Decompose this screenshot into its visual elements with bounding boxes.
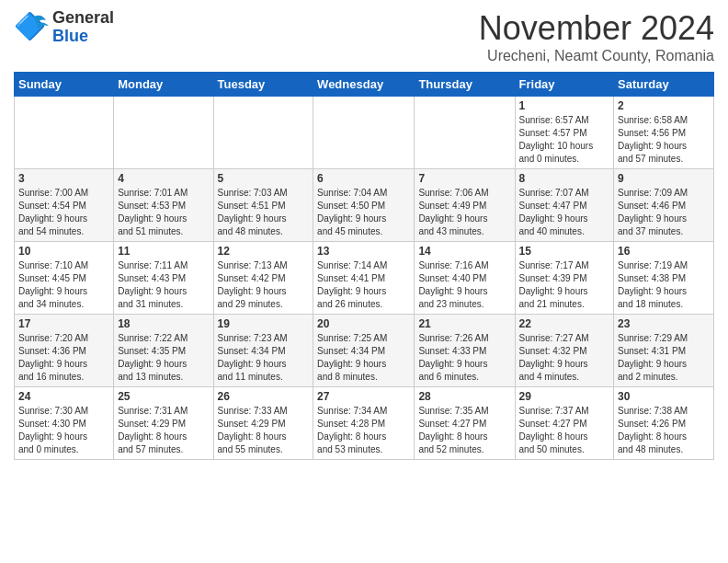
table-row: 15Sunrise: 7:17 AM Sunset: 4:39 PM Dayli…: [515, 242, 614, 315]
logo-general: General: [52, 9, 114, 28]
col-monday: Monday: [114, 73, 213, 97]
table-row: 5Sunrise: 7:03 AM Sunset: 4:51 PM Daylig…: [213, 169, 313, 242]
day-number: 17: [18, 317, 109, 330]
table-row: 16Sunrise: 7:19 AM Sunset: 4:38 PM Dayli…: [614, 242, 714, 315]
day-info: Sunrise: 7:19 AM Sunset: 4:38 PM Dayligh…: [618, 259, 710, 311]
day-info: Sunrise: 7:07 AM Sunset: 4:47 PM Dayligh…: [519, 187, 610, 238]
day-info: Sunrise: 7:34 AM Sunset: 4:28 PM Dayligh…: [317, 405, 410, 456]
day-info: Sunrise: 7:01 AM Sunset: 4:53 PM Dayligh…: [118, 187, 209, 238]
table-row: 6Sunrise: 7:04 AM Sunset: 4:50 PM Daylig…: [313, 169, 415, 242]
table-row: 7Sunrise: 7:06 AM Sunset: 4:49 PM Daylig…: [415, 169, 515, 242]
day-number: 13: [317, 245, 410, 258]
day-info: Sunrise: 7:30 AM Sunset: 4:30 PM Dayligh…: [18, 405, 109, 456]
table-row: 17Sunrise: 7:20 AM Sunset: 4:36 PM Dayli…: [15, 315, 114, 387]
day-number: 18: [118, 317, 209, 330]
day-info: Sunrise: 6:58 AM Sunset: 4:56 PM Dayligh…: [618, 114, 710, 166]
day-info: Sunrise: 7:23 AM Sunset: 4:34 PM Dayligh…: [218, 332, 310, 384]
day-number: 2: [618, 99, 710, 112]
day-info: Sunrise: 7:26 AM Sunset: 4:33 PM Dayligh…: [418, 332, 510, 384]
day-number: 19: [218, 317, 310, 330]
col-sunday: Sunday: [15, 73, 114, 97]
day-number: 25: [118, 390, 209, 403]
day-info: Sunrise: 7:13 AM Sunset: 4:42 PM Dayligh…: [218, 259, 310, 311]
col-tuesday: Tuesday: [213, 73, 313, 97]
calendar-week-row: 17Sunrise: 7:20 AM Sunset: 4:36 PM Dayli…: [15, 315, 714, 387]
day-info: Sunrise: 7:14 AM Sunset: 4:41 PM Dayligh…: [317, 259, 410, 311]
table-row: [114, 97, 213, 169]
table-row: 30Sunrise: 7:38 AM Sunset: 4:26 PM Dayli…: [614, 387, 714, 460]
table-row: 12Sunrise: 7:13 AM Sunset: 4:42 PM Dayli…: [213, 242, 313, 315]
day-info: Sunrise: 7:11 AM Sunset: 4:43 PM Dayligh…: [118, 259, 209, 311]
location-title: Urecheni, Neamt County, Romania: [479, 48, 714, 64]
calendar-week-row: 3Sunrise: 7:00 AM Sunset: 4:54 PM Daylig…: [15, 169, 714, 242]
day-number: 15: [519, 245, 610, 258]
logo-text: General Blue: [52, 9, 114, 46]
logo-icon: 🔷: [14, 9, 51, 46]
day-info: Sunrise: 7:35 AM Sunset: 4:27 PM Dayligh…: [418, 405, 510, 456]
day-number: 10: [18, 245, 109, 258]
calendar-week-row: 10Sunrise: 7:10 AM Sunset: 4:45 PM Dayli…: [15, 242, 714, 315]
day-info: Sunrise: 7:00 AM Sunset: 4:54 PM Dayligh…: [18, 187, 109, 238]
calendar-header-row: Sunday Monday Tuesday Wednesday Thursday…: [15, 73, 714, 97]
day-info: Sunrise: 6:57 AM Sunset: 4:57 PM Dayligh…: [519, 114, 610, 166]
day-info: Sunrise: 7:38 AM Sunset: 4:26 PM Dayligh…: [618, 405, 710, 456]
month-title: November 2024: [479, 9, 714, 48]
table-row: 24Sunrise: 7:30 AM Sunset: 4:30 PM Dayli…: [15, 387, 114, 460]
table-row: 14Sunrise: 7:16 AM Sunset: 4:40 PM Dayli…: [415, 242, 515, 315]
logo-blue: Blue: [52, 28, 114, 46]
day-number: 3: [18, 172, 109, 185]
table-row: 9Sunrise: 7:09 AM Sunset: 4:46 PM Daylig…: [614, 169, 714, 242]
day-info: Sunrise: 7:37 AM Sunset: 4:27 PM Dayligh…: [519, 405, 610, 456]
table-row: 10Sunrise: 7:10 AM Sunset: 4:45 PM Dayli…: [15, 242, 114, 315]
day-number: 7: [418, 172, 510, 185]
table-row: 21Sunrise: 7:26 AM Sunset: 4:33 PM Dayli…: [415, 315, 515, 387]
day-info: Sunrise: 7:31 AM Sunset: 4:29 PM Dayligh…: [118, 405, 209, 456]
day-info: Sunrise: 7:06 AM Sunset: 4:49 PM Dayligh…: [418, 187, 510, 238]
day-info: Sunrise: 7:25 AM Sunset: 4:34 PM Dayligh…: [317, 332, 410, 384]
day-info: Sunrise: 7:09 AM Sunset: 4:46 PM Dayligh…: [618, 187, 710, 238]
day-number: 20: [317, 317, 410, 330]
table-row: 28Sunrise: 7:35 AM Sunset: 4:27 PM Dayli…: [415, 387, 515, 460]
day-number: 4: [118, 172, 209, 185]
table-row: [15, 97, 114, 169]
logo: 🔷 General Blue: [14, 9, 114, 46]
table-row: 2Sunrise: 6:58 AM Sunset: 4:56 PM Daylig…: [614, 97, 714, 169]
col-saturday: Saturday: [614, 73, 714, 97]
day-number: 26: [218, 390, 310, 403]
day-number: 28: [418, 390, 510, 403]
calendar-week-row: 24Sunrise: 7:30 AM Sunset: 4:30 PM Dayli…: [15, 387, 714, 460]
table-row: 27Sunrise: 7:34 AM Sunset: 4:28 PM Dayli…: [313, 387, 415, 460]
day-number: 8: [519, 172, 610, 185]
table-row: 29Sunrise: 7:37 AM Sunset: 4:27 PM Dayli…: [515, 387, 614, 460]
table-row: [415, 97, 515, 169]
day-info: Sunrise: 7:04 AM Sunset: 4:50 PM Dayligh…: [317, 187, 410, 238]
day-number: 23: [618, 317, 710, 330]
col-thursday: Thursday: [415, 73, 515, 97]
day-number: 9: [618, 172, 710, 185]
table-row: 20Sunrise: 7:25 AM Sunset: 4:34 PM Dayli…: [313, 315, 415, 387]
day-number: 12: [218, 245, 310, 258]
day-number: 14: [418, 245, 510, 258]
day-info: Sunrise: 7:29 AM Sunset: 4:31 PM Dayligh…: [618, 332, 710, 384]
table-row: 11Sunrise: 7:11 AM Sunset: 4:43 PM Dayli…: [114, 242, 213, 315]
day-number: 30: [618, 390, 710, 403]
day-info: Sunrise: 7:10 AM Sunset: 4:45 PM Dayligh…: [18, 259, 109, 311]
day-info: Sunrise: 7:16 AM Sunset: 4:40 PM Dayligh…: [418, 259, 510, 311]
table-row: 13Sunrise: 7:14 AM Sunset: 4:41 PM Dayli…: [313, 242, 415, 315]
day-number: 1: [519, 99, 610, 112]
table-row: 8Sunrise: 7:07 AM Sunset: 4:47 PM Daylig…: [515, 169, 614, 242]
page: 🔷 General Blue November 2024 Urecheni, N…: [0, 0, 728, 563]
day-info: Sunrise: 7:17 AM Sunset: 4:39 PM Dayligh…: [519, 259, 610, 311]
col-friday: Friday: [515, 73, 614, 97]
day-number: 16: [618, 245, 710, 258]
day-info: Sunrise: 7:20 AM Sunset: 4:36 PM Dayligh…: [18, 332, 109, 384]
day-info: Sunrise: 7:03 AM Sunset: 4:51 PM Dayligh…: [218, 187, 310, 238]
table-row: 19Sunrise: 7:23 AM Sunset: 4:34 PM Dayli…: [213, 315, 313, 387]
day-number: 11: [118, 245, 209, 258]
table-row: [313, 97, 415, 169]
table-row: 25Sunrise: 7:31 AM Sunset: 4:29 PM Dayli…: [114, 387, 213, 460]
day-number: 6: [317, 172, 410, 185]
day-number: 27: [317, 390, 410, 403]
calendar-week-row: 1Sunrise: 6:57 AM Sunset: 4:57 PM Daylig…: [15, 97, 714, 169]
day-number: 5: [218, 172, 310, 185]
